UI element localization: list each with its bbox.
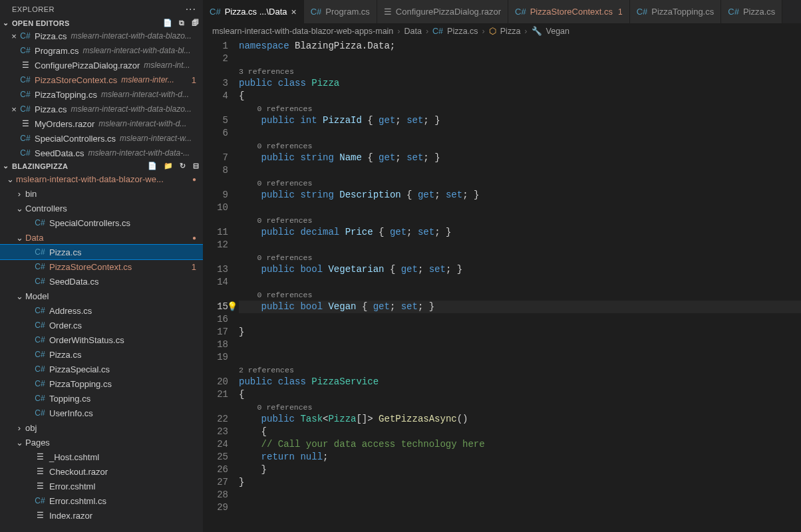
close-icon[interactable]: × <box>8 104 20 114</box>
csharp-icon: C# <box>20 46 31 55</box>
chevron-down-icon: ⌄ <box>16 438 23 448</box>
file-item[interactable]: C#Order.cs <box>0 318 203 332</box>
csharp-icon: C# <box>515 7 526 17</box>
item-label: OrderWithStatus.cs <box>49 335 124 345</box>
gutter: 12 34 56 78 910 1112 1314 1516171819 202… <box>203 39 239 532</box>
file-item[interactable]: C#Address.cs <box>0 303 203 318</box>
workspace-header[interactable]: ⌄ BLAZINGPIZZA 📄 📁 ↻ ⊟ <box>0 160 203 172</box>
item-label: Order.cs <box>49 321 82 331</box>
csharp-icon: C# <box>637 7 648 17</box>
file-item[interactable]: C#SeedData.cs <box>0 274 203 289</box>
razor-icon: ☰ <box>20 119 31 128</box>
folder-item[interactable]: ⌄Data <box>0 230 203 245</box>
breadcrumb-part[interactable]: Vegan <box>546 27 569 36</box>
open-editor-item[interactable]: ×C#Pizza.csmslearn-interact-with-data-bl… <box>0 29 203 43</box>
open-editors-title: OPEN EDITORS <box>12 19 70 27</box>
code-content[interactable]: namespace BlazingPizza.Data;3 references… <box>239 39 801 532</box>
new-folder-icon[interactable]: 📁 <box>164 162 173 170</box>
sidebar: EXPLORER ··· ⌄ OPEN EDITORS 📄 ⧉ 🗐 ×C#Piz… <box>0 0 203 532</box>
item-label: Address.cs <box>49 306 92 316</box>
item-label: PizzaStoreContext.cs <box>49 262 132 272</box>
open-editor-item[interactable]: C#PizzaStoreContext.csmslearn-inter...1 <box>0 72 203 87</box>
toggle-layout-icon[interactable]: ⧉ <box>179 19 184 27</box>
file-name: PizzaStoreContext.cs <box>35 75 117 85</box>
open-editors-list: ×C#Pizza.csmslearn-interact-with-data-bl… <box>0 29 203 160</box>
breadcrumb-part[interactable]: Pizza <box>500 27 521 36</box>
file-item[interactable]: C#PizzaTopping.cs <box>0 376 203 391</box>
folder-item[interactable]: ⌄Model <box>0 289 203 303</box>
more-icon[interactable]: ··· <box>186 4 196 15</box>
file-item[interactable]: C#Topping.cs <box>0 391 203 406</box>
open-editor-item[interactable]: C#Program.csmslearn-interact-with-data-b… <box>0 43 203 58</box>
tab-label: Pizza.cs ...\Data <box>225 7 287 17</box>
folder-item[interactable]: ⌄Pages <box>0 435 203 450</box>
file-item[interactable]: C#UserInfo.cs <box>0 406 203 420</box>
open-editor-item[interactable]: ☰MyOrders.razormslearn-interact-with-d..… <box>0 116 203 131</box>
file-name: SeedData.cs <box>35 148 84 158</box>
csharp-icon: C# <box>35 335 45 344</box>
open-editor-item[interactable]: ×C#Pizza.csmslearn-interact-with-data-bl… <box>0 102 203 116</box>
close-icon[interactable]: × <box>291 7 297 17</box>
new-file-icon[interactable]: 📄 <box>163 19 172 27</box>
collapse-icon[interactable]: ⊟ <box>193 162 199 170</box>
csharp-icon: C# <box>35 218 45 227</box>
editor-tab[interactable]: ☰ConfigurePizzaDialog.razor <box>377 0 508 23</box>
csharp-icon: C# <box>35 277 45 286</box>
editor-tab[interactable]: C#PizzaStoreContext.cs1 <box>508 0 630 23</box>
tab-label: PizzaTopping.cs <box>651 7 714 17</box>
file-item[interactable]: ☰Index.razor <box>0 508 203 523</box>
file-item[interactable]: ☰_Host.cshtml <box>0 450 203 464</box>
file-item[interactable]: C#Pizza.cs <box>0 245 203 259</box>
breadcrumb-part[interactable]: Pizza.cs <box>447 27 478 36</box>
editor-tab[interactable]: C#Pizza.cs ...\Data× <box>203 0 304 23</box>
chevron-down-icon: ⌄ <box>16 203 23 213</box>
close-icon[interactable]: × <box>8 31 20 41</box>
workspace-name: BLAZINGPIZZA <box>12 162 68 170</box>
file-item[interactable]: C#SpecialControllers.cs <box>0 215 203 230</box>
file-item[interactable]: ☰Error.cshtml <box>0 479 203 493</box>
open-editors-header[interactable]: ⌄ OPEN EDITORS 📄 ⧉ 🗐 <box>0 17 203 29</box>
file-item[interactable]: C#Error.cshtml.cs <box>0 493 203 508</box>
breadcrumb-part[interactable]: mslearn-interact-with-data-blazor-web-ap… <box>212 27 393 36</box>
tab-bar: C#Pizza.cs ...\Data×C#Program.cs☰Configu… <box>203 0 801 23</box>
save-all-icon[interactable]: 🗐 <box>192 19 199 27</box>
razor-icon: ☰ <box>35 452 45 462</box>
file-path: mslearn-interact-with-data-... <box>88 148 190 158</box>
breadcrumb-part[interactable]: Data <box>404 27 422 36</box>
open-editor-item[interactable]: C#SeedData.csmslearn-interact-with-data-… <box>0 146 203 160</box>
file-item[interactable]: ☰Checkout.razor <box>0 464 203 479</box>
csharp-icon: C# <box>35 306 45 315</box>
open-editor-item[interactable]: ☰ConfigurePizzaDialog.razormslearn-int..… <box>0 58 203 72</box>
chevron-right-icon: › <box>16 189 23 199</box>
editor-tab[interactable]: C#PizzaTopping.cs <box>630 0 722 23</box>
editor-tab[interactable]: C#Program.cs <box>304 0 377 23</box>
file-name: SpecialControllers.cs <box>35 134 116 144</box>
tab-label: Program.cs <box>325 7 369 17</box>
workspace-root[interactable]: ⌄ mslearn-interact-with-data-blazor-we..… <box>0 172 203 186</box>
file-item[interactable]: C#OrderWithStatus.cs <box>0 332 203 347</box>
folder-item[interactable]: ›obj <box>0 420 203 435</box>
open-editor-item[interactable]: C#PizzaTopping.csmslearn-interact-with-d… <box>0 87 203 102</box>
file-name: PizzaTopping.cs <box>35 90 97 100</box>
folder-item[interactable]: ›bin <box>0 186 203 201</box>
file-item[interactable]: C#PizzaSpecial.cs <box>0 362 203 376</box>
item-label: PizzaSpecial.cs <box>49 364 110 374</box>
code-editor[interactable]: 12 34 56 78 910 1112 1314 1516171819 202… <box>203 39 801 532</box>
item-label: Pages <box>25 438 50 448</box>
tab-label: ConfigurePizzaDialog.razor <box>396 7 501 17</box>
modified-badge: 1 <box>192 262 199 272</box>
file-item[interactable]: C#Pizza.cs <box>0 347 203 362</box>
folder-item[interactable]: ⌄Controllers <box>0 201 203 215</box>
new-file-icon[interactable]: 📄 <box>148 162 157 170</box>
csharp-icon: C# <box>311 7 322 17</box>
item-label: SpecialControllers.cs <box>49 218 130 228</box>
file-item[interactable]: C#PizzaStoreContext.cs1 <box>0 259 203 274</box>
csharp-icon: C# <box>35 247 45 257</box>
breadcrumb[interactable]: mslearn-interact-with-data-blazor-web-ap… <box>203 23 801 39</box>
editor-tab[interactable]: C#Pizza.cs <box>721 0 782 23</box>
csharp-icon: C# <box>20 148 31 158</box>
open-editor-item[interactable]: C#SpecialControllers.csmslearn-interact-… <box>0 131 203 146</box>
chevron-right-icon: › <box>482 27 485 36</box>
lightbulb-icon[interactable]: 💡 <box>227 301 238 313</box>
refresh-icon[interactable]: ↻ <box>180 162 186 170</box>
